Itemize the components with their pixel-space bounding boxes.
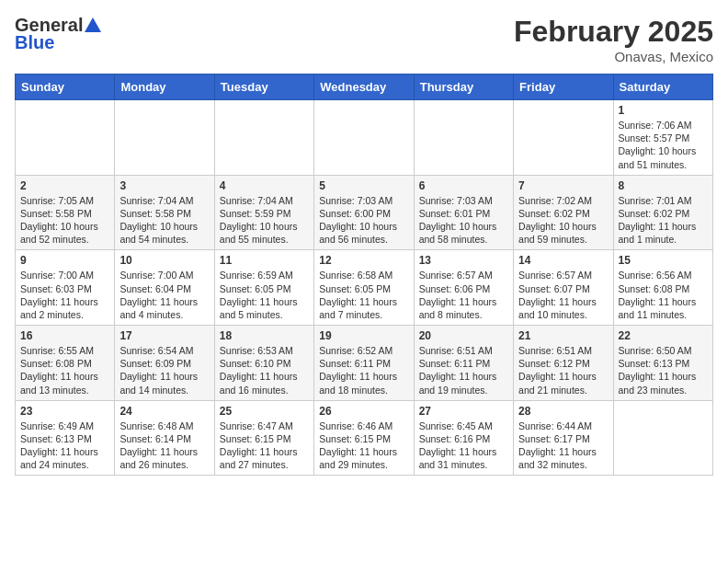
day-number: 11 <box>220 254 309 267</box>
calendar-cell: 26Sunrise: 6:46 AM Sunset: 6:15 PM Dayli… <box>314 400 414 476</box>
title-block: February 2025 Onavas, Mexico <box>514 15 713 64</box>
day-info: Sunrise: 6:46 AM Sunset: 6:15 PM Dayligh… <box>319 420 397 471</box>
calendar-cell: 7Sunrise: 7:02 AM Sunset: 6:02 PM Daylig… <box>514 175 613 250</box>
day-number: 27 <box>419 405 508 418</box>
calendar-cell: 4Sunrise: 7:04 AM Sunset: 5:59 PM Daylig… <box>214 175 313 250</box>
day-number: 14 <box>518 254 608 267</box>
calendar-cell: 28Sunrise: 6:44 AM Sunset: 6:17 PM Dayli… <box>514 400 613 476</box>
calendar-cell: 16Sunrise: 6:55 AM Sunset: 6:08 PM Dayli… <box>16 326 115 401</box>
calendar-cell: 25Sunrise: 6:47 AM Sunset: 6:15 PM Dayli… <box>214 400 313 476</box>
calendar-week-4: 23Sunrise: 6:49 AM Sunset: 6:13 PM Dayli… <box>16 400 713 476</box>
calendar-cell: 13Sunrise: 6:57 AM Sunset: 6:06 PM Dayli… <box>414 250 513 326</box>
day-info: Sunrise: 7:04 AM Sunset: 5:58 PM Dayligh… <box>119 195 198 246</box>
calendar-header-sunday: Sunday <box>16 75 115 100</box>
calendar-cell: 19Sunrise: 6:52 AM Sunset: 6:11 PM Dayli… <box>314 326 414 401</box>
day-number: 26 <box>319 405 408 418</box>
calendar-cell <box>115 100 214 176</box>
day-info: Sunrise: 7:01 AM Sunset: 6:02 PM Dayligh… <box>619 195 697 246</box>
calendar-cell: 21Sunrise: 6:51 AM Sunset: 6:12 PM Dayli… <box>514 326 613 401</box>
calendar-week-1: 2Sunrise: 7:05 AM Sunset: 5:58 PM Daylig… <box>16 175 713 250</box>
calendar-cell: 8Sunrise: 7:01 AM Sunset: 6:02 PM Daylig… <box>613 175 712 250</box>
day-number: 3 <box>119 179 209 192</box>
calendar-header-thursday: Thursday <box>414 75 513 100</box>
day-number: 1 <box>619 104 708 117</box>
day-info: Sunrise: 6:50 AM Sunset: 6:13 PM Dayligh… <box>619 345 697 396</box>
calendar-cell: 6Sunrise: 7:03 AM Sunset: 6:01 PM Daylig… <box>414 175 513 250</box>
day-number: 10 <box>119 254 209 267</box>
calendar-cell <box>613 400 712 476</box>
calendar-cell <box>214 100 313 176</box>
page-title: February 2025 <box>514 15 713 49</box>
day-number: 17 <box>119 329 209 342</box>
logo-blue-text: Blue <box>15 32 54 53</box>
day-info: Sunrise: 7:02 AM Sunset: 6:02 PM Dayligh… <box>518 195 597 246</box>
logo-triangle-icon <box>85 17 101 36</box>
calendar-cell: 24Sunrise: 6:48 AM Sunset: 6:14 PM Dayli… <box>115 400 214 476</box>
day-number: 25 <box>220 405 309 418</box>
calendar-table: SundayMondayTuesdayWednesdayThursdayFrid… <box>15 74 713 476</box>
day-info: Sunrise: 6:48 AM Sunset: 6:14 PM Dayligh… <box>119 420 198 471</box>
day-number: 21 <box>518 329 608 342</box>
calendar-cell <box>314 100 414 176</box>
page-header: General Blue February 2025 Onavas, Mexic… <box>15 15 713 64</box>
day-info: Sunrise: 6:47 AM Sunset: 6:15 PM Dayligh… <box>220 420 298 471</box>
day-number: 22 <box>619 329 708 342</box>
day-info: Sunrise: 6:55 AM Sunset: 6:08 PM Dayligh… <box>20 345 98 396</box>
day-info: Sunrise: 6:44 AM Sunset: 6:17 PM Dayligh… <box>518 420 597 471</box>
day-number: 19 <box>319 329 408 342</box>
calendar-cell: 9Sunrise: 7:00 AM Sunset: 6:03 PM Daylig… <box>16 250 115 326</box>
calendar-cell <box>514 100 613 176</box>
day-info: Sunrise: 6:59 AM Sunset: 6:05 PM Dayligh… <box>220 270 298 320</box>
calendar-week-2: 9Sunrise: 7:00 AM Sunset: 6:03 PM Daylig… <box>16 250 713 326</box>
calendar-cell: 15Sunrise: 6:56 AM Sunset: 6:08 PM Dayli… <box>613 250 712 326</box>
calendar-cell: 20Sunrise: 6:51 AM Sunset: 6:11 PM Dayli… <box>414 326 513 401</box>
calendar-cell: 27Sunrise: 6:45 AM Sunset: 6:16 PM Dayli… <box>414 400 513 476</box>
calendar-cell: 23Sunrise: 6:49 AM Sunset: 6:13 PM Dayli… <box>16 400 115 476</box>
calendar-cell: 17Sunrise: 6:54 AM Sunset: 6:09 PM Dayli… <box>115 326 214 401</box>
day-info: Sunrise: 7:00 AM Sunset: 6:03 PM Dayligh… <box>20 270 98 320</box>
day-info: Sunrise: 6:57 AM Sunset: 6:06 PM Dayligh… <box>419 270 497 320</box>
day-number: 28 <box>518 405 608 418</box>
day-info: Sunrise: 6:45 AM Sunset: 6:16 PM Dayligh… <box>419 420 497 471</box>
day-info: Sunrise: 6:53 AM Sunset: 6:10 PM Dayligh… <box>220 345 298 396</box>
day-number: 16 <box>20 329 109 342</box>
day-info: Sunrise: 7:05 AM Sunset: 5:58 PM Dayligh… <box>20 195 98 246</box>
day-number: 6 <box>419 179 508 192</box>
day-info: Sunrise: 7:06 AM Sunset: 5:57 PM Dayligh… <box>619 120 697 170</box>
calendar-cell: 11Sunrise: 6:59 AM Sunset: 6:05 PM Dayli… <box>214 250 313 326</box>
day-info: Sunrise: 6:51 AM Sunset: 6:11 PM Dayligh… <box>419 345 497 396</box>
calendar-cell: 10Sunrise: 7:00 AM Sunset: 6:04 PM Dayli… <box>115 250 214 326</box>
day-number: 24 <box>119 405 209 418</box>
calendar-week-0: 1Sunrise: 7:06 AM Sunset: 5:57 PM Daylig… <box>16 100 713 176</box>
day-info: Sunrise: 6:52 AM Sunset: 6:11 PM Dayligh… <box>319 345 397 396</box>
calendar-cell: 5Sunrise: 7:03 AM Sunset: 6:00 PM Daylig… <box>314 175 414 250</box>
day-info: Sunrise: 6:56 AM Sunset: 6:08 PM Dayligh… <box>619 270 697 320</box>
day-info: Sunrise: 7:00 AM Sunset: 6:04 PM Dayligh… <box>119 270 198 320</box>
page-subtitle: Onavas, Mexico <box>514 49 713 64</box>
day-number: 23 <box>20 405 109 418</box>
calendar-header-wednesday: Wednesday <box>314 75 414 100</box>
day-info: Sunrise: 7:03 AM Sunset: 6:00 PM Dayligh… <box>319 195 397 246</box>
day-number: 9 <box>20 254 109 267</box>
day-info: Sunrise: 6:58 AM Sunset: 6:05 PM Dayligh… <box>319 270 397 320</box>
calendar-cell <box>16 100 115 176</box>
day-info: Sunrise: 7:04 AM Sunset: 5:59 PM Dayligh… <box>220 195 298 246</box>
calendar-cell: 3Sunrise: 7:04 AM Sunset: 5:58 PM Daylig… <box>115 175 214 250</box>
calendar-cell: 14Sunrise: 6:57 AM Sunset: 6:07 PM Dayli… <box>514 250 613 326</box>
calendar-cell: 12Sunrise: 6:58 AM Sunset: 6:05 PM Dayli… <box>314 250 414 326</box>
day-info: Sunrise: 6:54 AM Sunset: 6:09 PM Dayligh… <box>119 345 198 396</box>
calendar-cell: 18Sunrise: 6:53 AM Sunset: 6:10 PM Dayli… <box>214 326 313 401</box>
calendar-week-3: 16Sunrise: 6:55 AM Sunset: 6:08 PM Dayli… <box>16 326 713 401</box>
calendar-cell: 2Sunrise: 7:05 AM Sunset: 5:58 PM Daylig… <box>16 175 115 250</box>
calendar-header-row: SundayMondayTuesdayWednesdayThursdayFrid… <box>16 75 713 100</box>
day-info: Sunrise: 6:51 AM Sunset: 6:12 PM Dayligh… <box>518 345 597 396</box>
day-number: 5 <box>319 179 408 192</box>
calendar-cell: 1Sunrise: 7:06 AM Sunset: 5:57 PM Daylig… <box>613 100 712 176</box>
day-info: Sunrise: 6:57 AM Sunset: 6:07 PM Dayligh… <box>518 270 597 320</box>
calendar-header-saturday: Saturday <box>613 75 712 100</box>
day-number: 8 <box>619 179 708 192</box>
day-info: Sunrise: 6:49 AM Sunset: 6:13 PM Dayligh… <box>20 420 98 471</box>
calendar-cell: 22Sunrise: 6:50 AM Sunset: 6:13 PM Dayli… <box>613 326 712 401</box>
day-number: 18 <box>220 329 309 342</box>
calendar-header-friday: Friday <box>514 75 613 100</box>
